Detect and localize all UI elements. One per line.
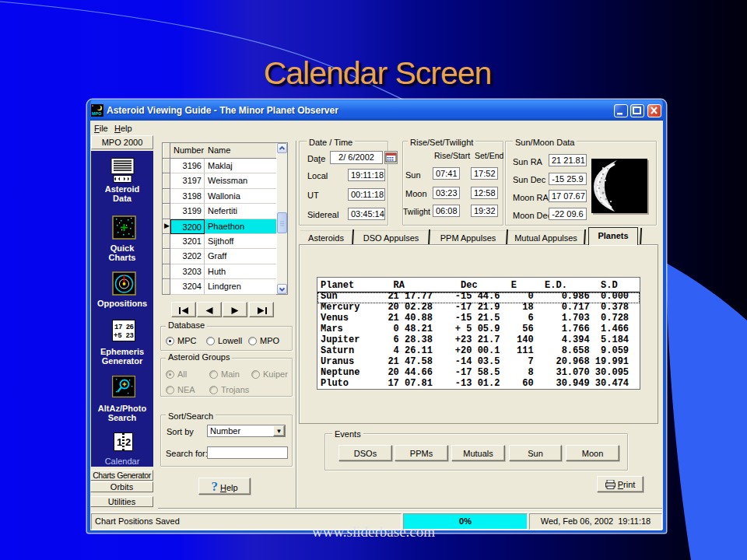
svg-text:2: 2 [125, 436, 131, 448]
svg-text:+5 23: +5 23 [114, 332, 134, 340]
svg-text:MPO: MPO [92, 111, 102, 116]
svg-text:17 26: 17 26 [114, 324, 134, 331]
svg-text:1: 1 [117, 436, 122, 448]
